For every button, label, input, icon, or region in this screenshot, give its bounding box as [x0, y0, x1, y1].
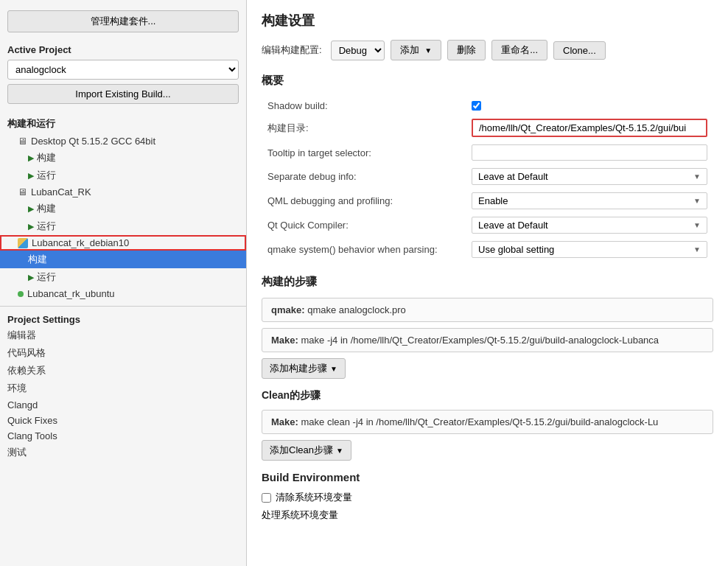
qt-quick-row: Qt Quick Compiler: Leave at Default ▼ [262, 213, 713, 237]
clean-step-make-value: make clean -j4 in /home/llh/Qt_Creator/E… [301, 416, 658, 427]
add-build-step-button[interactable]: 添加构建步骤 ▼ [262, 358, 346, 379]
clean-steps-section-title: Clean的步骤 [262, 389, 713, 402]
build-dir-field[interactable]: /home/llh/Qt_Creator/Examples/Qt-5.15.2/… [472, 119, 707, 137]
add-build-step-arrow: ▼ [330, 365, 337, 373]
qt-quick-dropdown-arrow: ▼ [693, 221, 701, 229]
qmake-system-label: qmake system() behavior when parsing: [262, 237, 466, 262]
qml-debug-dropdown-val: Enable [478, 195, 687, 206]
add-clean-step-arrow: ▼ [336, 447, 343, 455]
sidebar-item-dependencies[interactable]: 依赖关系 [0, 362, 246, 380]
sidebar-item-test[interactable]: 测试 [0, 444, 246, 461]
qmake-system-row: qmake system() behavior when parsing: Us… [262, 237, 713, 262]
sidebar-item-lubancat-debian[interactable]: Lubancat_rk_debian10 [0, 235, 246, 251]
arrow-right-icon: ▶ [28, 153, 34, 163]
qml-debug-dropdown-arrow: ▼ [693, 197, 701, 205]
qmake-system-dropdown-arrow: ▼ [693, 245, 701, 254]
sidebar-item-desktop-build-label: 构建 [37, 151, 56, 164]
sidebar-item-editor[interactable]: 编辑器 [0, 326, 246, 344]
manage-kits-btn-container: 管理构建套件... [7, 10, 239, 32]
page-title: 构建设置 [262, 12, 713, 29]
sidebar-item-clangd[interactable]: Clangd [0, 397, 246, 413]
qml-debug-value: Enable ▼ [466, 189, 713, 213]
rename-button[interactable]: 重命名... [491, 40, 547, 60]
build-run-label: 构建和运行 [0, 111, 246, 133]
qt-quick-label: Qt Quick Compiler: [262, 213, 466, 237]
qt-quick-dropdown[interactable]: Leave at Default ▼ [472, 217, 707, 234]
system-env-label-row: 处理系统环境变量 [262, 509, 713, 522]
sidebar-item-lubancat-run-label: 运行 [37, 220, 56, 233]
build-steps-section-title: 构建的步骤 [262, 275, 713, 289]
arrow-right-icon-5: ▶ [28, 273, 34, 282]
sidebar-item-desktop-run[interactable]: ▶ 运行 [0, 167, 246, 184]
sidebar-item-quick-fixes[interactable]: Quick Fixes [0, 413, 246, 428]
sidebar-item-desktop-label: Desktop Qt 5.15.2 GCC 64bit [31, 136, 155, 147]
sidebar-item-lubancat[interactable]: 🖥 LubanCat_RK [0, 184, 246, 200]
overview-section-title: 概要 [262, 74, 713, 88]
build-step-make-value: make -j4 in /home/llh/Qt_Creator/Example… [301, 335, 659, 346]
monitor-icon-2: 🖥 [18, 186, 27, 198]
manage-kits-button[interactable]: 管理构建套件... [7, 10, 239, 32]
clear-system-env-checkbox[interactable] [262, 493, 271, 503]
clear-system-env-row: 清除系统环境变量 [262, 491, 713, 504]
debug-info-dropdown[interactable]: Leave at Default ▼ [472, 168, 707, 185]
qmake-system-value: Use global setting ▼ [466, 237, 713, 262]
tooltip-field[interactable] [472, 144, 707, 161]
add-clean-step-button[interactable]: 添加Clean步骤 ▼ [262, 440, 351, 461]
clean-step-make-label: Make: [271, 416, 298, 427]
build-env-section-title: Build Environment [262, 471, 713, 483]
build-dir-row: 构建目录: /home/llh/Qt_Creator/Examples/Qt-5… [262, 115, 713, 141]
active-project-select[interactable]: analogclock [7, 60, 239, 80]
tooltip-value [466, 141, 713, 164]
build-step-make-label: Make: [271, 335, 298, 346]
debug-info-row: Separate debug info: Leave at Default ▼ [262, 164, 713, 189]
shadow-build-checkbox-container [472, 101, 707, 111]
qml-debug-label: QML debugging and profiling: [262, 189, 466, 213]
sidebar-item-lubancat-run[interactable]: ▶ 运行 [0, 217, 246, 235]
sidebar-item-code-style[interactable]: 代码风格 [0, 344, 246, 362]
debug-info-dropdown-val: Leave at Default [478, 171, 687, 182]
active-project-label: Active Project [0, 41, 246, 57]
sidebar-item-lubancat-debian-run[interactable]: ▶ 运行 [0, 268, 246, 286]
clean-step-make: Make: make clean -j4 in /home/llh/Qt_Cre… [262, 410, 713, 434]
qt-quick-dropdown-val: Leave at Default [478, 220, 687, 231]
toolbar-row: 编辑构建配置: Debug 添加 ▼ 删除 重命名... Clone... [262, 40, 713, 60]
monitor-icon: 🖥 [18, 136, 27, 147]
system-env-label: 处理系统环境变量 [262, 509, 338, 522]
config-select[interactable]: Debug [332, 41, 384, 60]
add-build-step-label: 添加构建步骤 [270, 362, 327, 375]
import-btn-container: Import Existing Build... [7, 84, 239, 104]
sidebar-item-lubancat-build[interactable]: ▶ 构建 [0, 200, 246, 217]
sidebar-divider [0, 306, 246, 307]
arrow-right-icon-3: ▶ [28, 204, 34, 214]
add-button[interactable]: 添加 ▼ [391, 40, 442, 60]
sidebar-item-desktop-build[interactable]: ▶ 构建 [0, 149, 246, 167]
sidebar-item-lubancat-debian-build-label: 构建 [28, 253, 47, 266]
green-dot-icon [18, 291, 24, 297]
shadow-build-value [466, 97, 713, 115]
config-select-container: Debug [331, 41, 385, 60]
qmake-system-dropdown-val: Use global setting [478, 244, 687, 255]
sidebar-item-lubancat-debian-build[interactable]: 构建 [0, 251, 246, 268]
qml-debug-dropdown[interactable]: Enable ▼ [472, 192, 707, 209]
sidebar-item-desktop[interactable]: 🖥 Desktop Qt 5.15.2 GCC 64bit [0, 133, 246, 149]
qmake-system-dropdown[interactable]: Use global setting ▼ [472, 241, 707, 258]
build-dir-label: 构建目录: [262, 115, 466, 141]
sidebar-item-clang-tools[interactable]: Clang Tools [0, 428, 246, 444]
sidebar-item-lubancat-build-label: 构建 [37, 202, 56, 215]
shadow-build-row: Shadow build: [262, 97, 713, 115]
arrow-right-icon-2: ▶ [28, 171, 34, 181]
tooltip-label: Tooltip in target selector: [262, 141, 466, 164]
sidebar-item-lubancat-debian-label: Lubancat_rk_debian10 [32, 237, 129, 248]
import-existing-build-button[interactable]: Import Existing Build... [7, 84, 239, 104]
delete-button[interactable]: 删除 [447, 40, 486, 60]
shadow-build-label: Shadow build: [262, 97, 466, 115]
sidebar-item-lubancat-ubuntu-label: Lubancat_rk_ubuntu [27, 288, 115, 299]
qml-debug-row: QML debugging and profiling: Enable ▼ [262, 189, 713, 213]
tooltip-row: Tooltip in target selector: [262, 141, 713, 164]
arrow-right-icon-4: ▶ [28, 222, 34, 231]
sidebar-item-lubancat-ubuntu[interactable]: Lubancat_rk_ubuntu [0, 286, 246, 301]
sidebar-item-environment[interactable]: 环境 [0, 380, 246, 397]
shadow-build-checkbox[interactable] [472, 101, 481, 111]
build-dir-value: /home/llh/Qt_Creator/Examples/Qt-5.15.2/… [466, 115, 713, 141]
clone-button[interactable]: Clone... [553, 41, 606, 60]
